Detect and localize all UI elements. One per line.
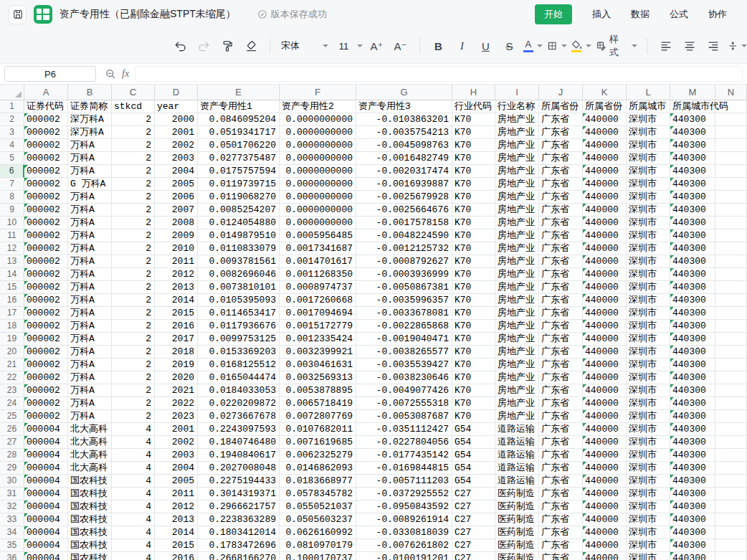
cell-H16[interactable]: K70 <box>452 294 495 307</box>
cell-A4[interactable]: 000002 <box>24 139 68 152</box>
cell-H34[interactable]: C27 <box>452 526 495 539</box>
cell-G7[interactable]: -0.0016939887 <box>356 178 452 191</box>
cell-K8[interactable]: 440000 <box>583 191 627 204</box>
cell-B10[interactable]: 万科A <box>68 217 112 229</box>
row-header-11[interactable]: 11 <box>0 229 24 242</box>
cell-F20[interactable]: 0.0032399921 <box>280 346 356 359</box>
cell-H5[interactable]: K70 <box>452 152 495 165</box>
row-header-36[interactable]: 36 <box>0 552 24 560</box>
cell-N36[interactable] <box>715 552 747 560</box>
cell-N16[interactable] <box>715 294 747 307</box>
cell-N19[interactable] <box>715 333 747 346</box>
cell-F36[interactable]: 0.1000170737 <box>280 552 356 560</box>
cell-F10[interactable]: 0.0000000000 <box>280 217 356 229</box>
cell-L24[interactable]: 深圳市 <box>627 397 670 410</box>
font-size-select[interactable]: 11 <box>335 36 363 56</box>
increase-font-button[interactable]: A⁺ <box>368 36 386 56</box>
underline-button[interactable]: U <box>476 36 495 56</box>
cell-K30[interactable]: 440000 <box>583 475 627 488</box>
cell-K13[interactable]: 440000 <box>583 255 627 268</box>
cell-A31[interactable]: 000004 <box>24 488 68 500</box>
cell-L11[interactable]: 深圳市 <box>627 229 670 242</box>
cell-G10[interactable]: -0.0017578158 <box>356 217 452 229</box>
cell-F23[interactable]: 0.0053878895 <box>280 384 356 397</box>
cell-B21[interactable]: 万科A <box>68 359 112 371</box>
cell-D29[interactable]: 2004 <box>155 462 198 475</box>
cell-A7[interactable]: 000002 <box>24 178 68 191</box>
cell-G3[interactable]: -0.0035754213 <box>356 126 452 139</box>
cell-M24[interactable]: 440300 <box>670 397 715 410</box>
cell-M12[interactable]: 440300 <box>670 242 715 255</box>
cell-I35[interactable]: 医药制造 <box>495 539 539 552</box>
row-header-18[interactable]: 18 <box>0 320 24 333</box>
tab-formula[interactable]: 公式 <box>670 8 688 21</box>
cell-H35[interactable]: C27 <box>452 539 495 552</box>
cell-J8[interactable]: 广东省 <box>539 191 583 204</box>
cell-J10[interactable]: 广东省 <box>539 217 583 229</box>
cell-N30[interactable] <box>715 475 747 488</box>
column-header-B[interactable]: B <box>68 85 112 100</box>
cell-E32[interactable]: 0.2966621757 <box>198 500 280 513</box>
cell-J22[interactable]: 广东省 <box>539 371 583 384</box>
cell-L3[interactable]: 深圳市 <box>627 126 670 139</box>
cell-N20[interactable] <box>715 346 747 359</box>
cell-D28[interactable]: 2003 <box>155 449 198 462</box>
cell-M19[interactable]: 440300 <box>670 333 715 346</box>
cell-B28[interactable]: 北大高科 <box>68 449 112 462</box>
cell-A29[interactable]: 000004 <box>24 462 68 475</box>
select-all-corner[interactable] <box>0 85 24 100</box>
cell-F16[interactable]: 0.0017260668 <box>280 294 356 307</box>
cell-C17[interactable]: 2 <box>112 307 155 320</box>
borders-button[interactable] <box>547 36 567 56</box>
cell-D34[interactable]: 2014 <box>155 526 198 539</box>
cell-K25[interactable]: 440000 <box>583 410 627 423</box>
spreadsheet-app-icon[interactable] <box>34 5 52 24</box>
cell-E35[interactable]: 0.1783472696 <box>198 539 280 552</box>
cell-M15[interactable]: 440300 <box>670 281 715 294</box>
row-header-3[interactable]: 3 <box>0 126 24 139</box>
cell-B2[interactable]: 深万科A <box>68 113 112 126</box>
cell-J11[interactable]: 广东省 <box>539 229 583 242</box>
cell-F22[interactable]: 0.0032569313 <box>280 371 356 384</box>
cell-D23[interactable]: 2021 <box>155 384 198 397</box>
cell-J7[interactable]: 广东省 <box>539 178 583 191</box>
cell-C16[interactable]: 2 <box>112 294 155 307</box>
cell-H11[interactable]: K70 <box>452 229 495 242</box>
cell-E15[interactable]: 0.0073810101 <box>198 281 280 294</box>
cell-J33[interactable]: 广东省 <box>539 513 583 526</box>
cell-C5[interactable]: 2 <box>112 152 155 165</box>
cell-K33[interactable]: 440000 <box>583 513 627 526</box>
column-header-E[interactable]: E <box>198 85 280 100</box>
cell-F2[interactable]: 0.0000000000 <box>280 113 356 126</box>
cell-L17[interactable]: 深圳市 <box>627 307 670 320</box>
cell-G27[interactable]: -0.0227804056 <box>356 436 452 449</box>
cell-E20[interactable]: 0.0153369203 <box>198 346 280 359</box>
cell-N17[interactable] <box>715 307 747 320</box>
cell-F3[interactable]: 0.0000000000 <box>280 126 356 139</box>
cell-B19[interactable]: 万科A <box>68 333 112 346</box>
cell-I9[interactable]: 房地产业 <box>495 204 539 217</box>
cell-G32[interactable]: -0.0950843592 <box>356 500 452 513</box>
cell-E1[interactable]: 资产专用性1 <box>198 100 280 113</box>
cell-B34[interactable]: 国农科技 <box>68 526 112 539</box>
cell-E28[interactable]: 0.1940840617 <box>198 449 280 462</box>
cell-I4[interactable]: 房地产业 <box>495 139 539 152</box>
cell-C12[interactable]: 2 <box>112 242 155 255</box>
cell-K11[interactable]: 440000 <box>583 229 627 242</box>
cell-L13[interactable]: 深圳市 <box>627 255 670 268</box>
cell-F31[interactable]: 0.0578345782 <box>280 488 356 500</box>
cell-L26[interactable]: 深圳市 <box>627 423 670 436</box>
cell-B22[interactable]: 万科A <box>68 371 112 384</box>
cell-C28[interactable]: 4 <box>112 449 155 462</box>
cell-H19[interactable]: K70 <box>452 333 495 346</box>
cell-D30[interactable]: 2005 <box>155 475 198 488</box>
cell-K12[interactable]: 440000 <box>583 242 627 255</box>
cell-A20[interactable]: 000002 <box>24 346 68 359</box>
cell-C27[interactable]: 4 <box>112 436 155 449</box>
cell-N8[interactable] <box>715 191 747 204</box>
cell-N29[interactable] <box>715 462 747 475</box>
row-header-32[interactable]: 32 <box>0 500 24 513</box>
cell-H10[interactable]: K70 <box>452 217 495 229</box>
cell-C19[interactable]: 2 <box>112 333 155 346</box>
cell-D7[interactable]: 2005 <box>155 178 198 191</box>
